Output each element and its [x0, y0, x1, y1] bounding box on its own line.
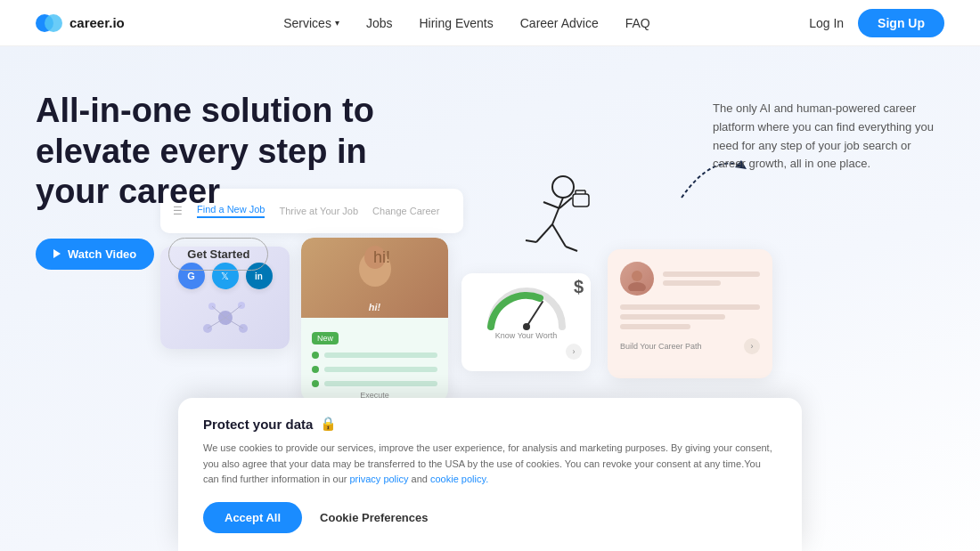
hero-left: All-in-one solution to elevate every ste… — [36, 91, 428, 271]
svg-point-1 — [45, 14, 62, 32]
cookie-preferences-button[interactable]: Cookie Preferences — [320, 511, 428, 524]
cookie-buttons: Accept All Cookie Preferences — [203, 502, 777, 533]
svg-point-15 — [523, 323, 530, 330]
worth-arrow-btn[interactable]: › — [566, 344, 582, 360]
services-chevron-icon: ▾ — [335, 18, 339, 28]
play-icon — [53, 249, 61, 258]
svg-point-16 — [632, 271, 642, 281]
svg-point-17 — [628, 282, 646, 291]
lock-icon: 🔒 — [320, 416, 337, 432]
network-chart — [190, 293, 261, 342]
brand-name: career.io — [69, 15, 125, 30]
hero-content: All-in-one solution to elevate every ste… — [36, 91, 944, 271]
dollar-sign: $ — [574, 277, 584, 297]
navbar: career.io Services ▾ Jobs Hiring Events … — [0, 0, 980, 46]
brand-logo[interactable]: career.io — [36, 10, 125, 36]
nav-links: Services ▾ Jobs Hiring Events Career Adv… — [283, 15, 649, 31]
new-badge: New — [312, 332, 339, 344]
career-detail-line-1 — [620, 304, 760, 310]
salary-gauge-svg — [482, 282, 571, 331]
career-arrow-btn[interactable]: › — [744, 338, 760, 354]
cookie-policy-link[interactable]: cookie policy. — [430, 474, 488, 484]
career-line-1 — [663, 271, 760, 277]
nav-item-jobs[interactable]: Jobs — [366, 15, 393, 31]
execute-dots — [312, 352, 437, 387]
get-started-button[interactable]: Get Started — [168, 238, 268, 271]
accept-all-button[interactable]: Accept All — [203, 502, 302, 533]
privacy-policy-link[interactable]: privacy policy — [349, 474, 408, 484]
watch-video-button[interactable]: Watch Video — [36, 239, 154, 270]
nav-actions: Log In Sign Up — [809, 9, 944, 37]
hero-title: All-in-one solution to elevate every ste… — [36, 91, 428, 213]
cookie-body: We use cookies to provide our services, … — [203, 441, 777, 488]
execute-card-content: New Execute — [301, 318, 448, 402]
career-line-2 — [663, 280, 721, 286]
know-worth-card: $ Know Your Worth › — [461, 273, 591, 371]
nav-item-career-advice[interactable]: Career Advice — [520, 15, 599, 31]
career-detail-line-3 — [620, 324, 690, 329]
career-detail-line-2 — [620, 314, 725, 320]
cookie-banner: Protect your data 🔒 We use cookies to pr… — [178, 398, 802, 551]
signup-button[interactable]: Sign Up — [858, 9, 944, 37]
career-path-label: Build Your Career Path — [620, 342, 702, 351]
svg-line-14 — [527, 302, 543, 327]
hero-right: The only AI and human-powered career pla… — [713, 91, 944, 174]
hero-buttons: Watch Video Get Started — [36, 238, 428, 271]
know-worth-label: Know Your Worth — [470, 331, 582, 340]
hero-description: The only AI and human-powered career pla… — [713, 100, 944, 174]
nav-item-hiring-events[interactable]: Hiring Events — [419, 15, 493, 31]
nav-item-faq[interactable]: FAQ — [625, 15, 650, 31]
login-button[interactable]: Log In — [809, 16, 844, 30]
hero-section: All-in-one solution to elevate every ste… — [0, 46, 980, 551]
nav-item-services[interactable]: Services ▾ — [283, 16, 339, 30]
cookie-title: Protect your data 🔒 — [203, 416, 777, 432]
